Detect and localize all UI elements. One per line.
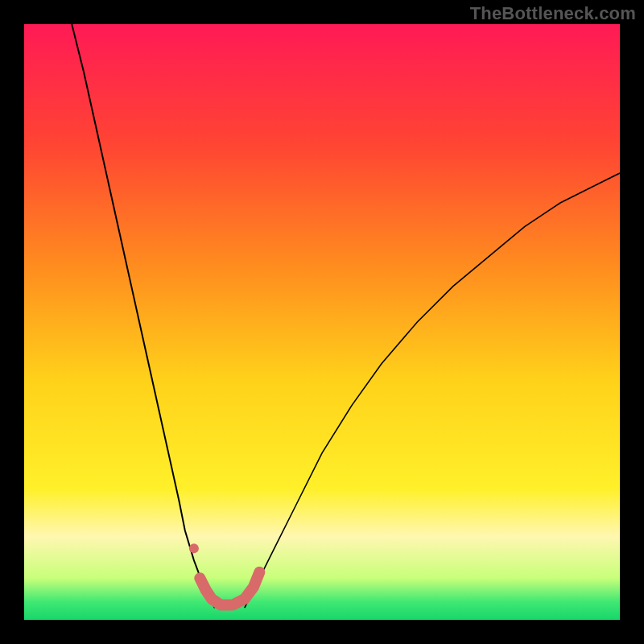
marker-red-dot <box>189 543 199 553</box>
gradient-background <box>24 24 620 620</box>
chart-svg <box>24 24 620 620</box>
watermark-text: TheBottleneck.com <box>470 3 636 24</box>
plot-area <box>24 24 620 620</box>
chart-frame: TheBottleneck.com <box>0 0 644 644</box>
